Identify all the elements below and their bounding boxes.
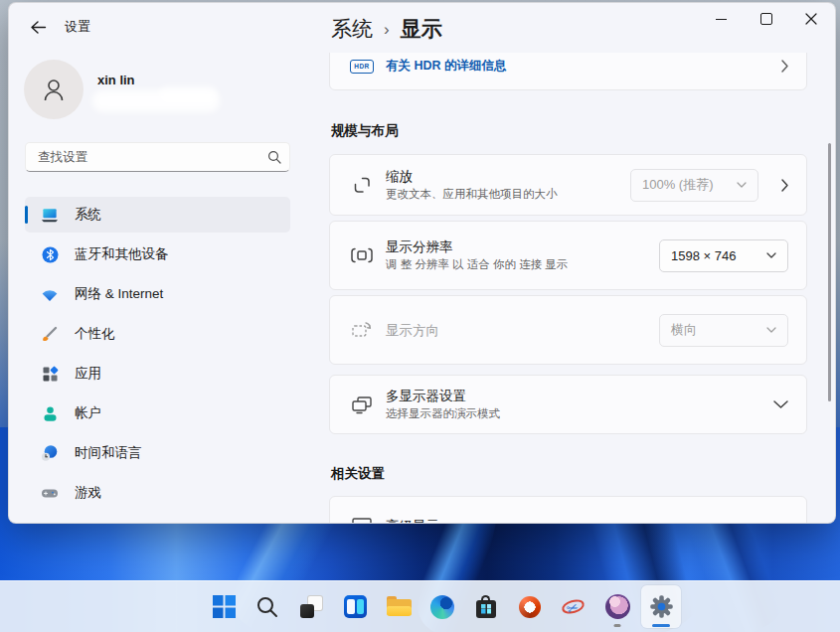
sidebar-item-apps[interactable]: 应用 xyxy=(25,356,290,392)
sidebar-item-personalization[interactable]: 个性化 xyxy=(25,316,290,352)
multi-display-subtitle: 选择显示器的演示模式 xyxy=(386,406,758,421)
hdr-learn-more-link[interactable]: 有关 HDR 的详细信息 xyxy=(386,58,758,75)
content-scrollbar[interactable] xyxy=(828,143,831,401)
window-controls xyxy=(699,3,833,35)
user-avatar[interactable] xyxy=(24,60,84,119)
hdr-badge-icon: HDR xyxy=(350,60,374,74)
breadcrumb: 系统 › 显示 xyxy=(331,15,442,43)
edge-browser-icon xyxy=(430,595,454,619)
breadcrumb-system[interactable]: 系统 xyxy=(331,15,373,43)
sidebar-item-bluetooth-devices[interactable]: 蓝牙和其他设备 xyxy=(25,237,290,272)
selected-indicator xyxy=(25,206,28,224)
resolution-icon xyxy=(350,244,374,266)
taskbar: ✂ xyxy=(0,580,840,632)
active-app-indicator xyxy=(652,624,670,627)
taskbar-file-explorer-button[interactable] xyxy=(379,585,419,628)
breadcrumb-separator: › xyxy=(384,18,390,40)
scale-title: 缩放 xyxy=(386,168,630,185)
chevron-down-icon xyxy=(766,252,776,258)
scale-row[interactable]: 缩放 更改文本、应用和其他项目的大小 100% (推荐) xyxy=(329,154,807,216)
search-icon xyxy=(255,595,279,619)
resolution-dropdown-value: 1598 × 746 xyxy=(671,248,736,263)
taskbar-snipping-tool-button[interactable]: ✂ xyxy=(554,585,593,628)
file-explorer-icon xyxy=(387,596,412,617)
resolution-dropdown[interactable]: 1598 × 746 xyxy=(659,239,788,272)
taskbar-office-button[interactable] xyxy=(510,585,550,628)
orientation-title: 显示方向 xyxy=(386,322,659,339)
system-laptop-icon xyxy=(41,206,59,224)
sidebar-item-label: 时间和语言 xyxy=(75,444,142,462)
sidebar-item-network-internet[interactable]: 网络 & Internet xyxy=(25,276,290,312)
office-icon xyxy=(519,596,541,618)
chevron-right-icon xyxy=(781,179,788,192)
wifi-icon xyxy=(41,285,59,303)
resolution-title: 显示分辨率 xyxy=(386,238,659,255)
hdr-row[interactable]: HDR 有关 HDR 的详细信息 xyxy=(329,53,807,90)
sidebar-item-label: 个性化 xyxy=(75,325,115,343)
taskbar-task-view-button[interactable] xyxy=(291,585,331,628)
user-email-redacted xyxy=(158,86,218,104)
sidebar-item-label: 应用 xyxy=(75,365,101,383)
user-name: xin lin xyxy=(97,73,135,87)
orientation-icon xyxy=(350,319,374,341)
taskbar-edge-button[interactable] xyxy=(422,585,462,628)
start-icon xyxy=(213,595,236,618)
section-scale-layout: 规模与布局 xyxy=(331,122,399,140)
sidebar-item-label: 系统 xyxy=(75,206,101,224)
breadcrumb-display: 显示 xyxy=(401,15,442,43)
resolution-subtitle: 调 整 分辨率 以 适合 你的 连接 显示 xyxy=(386,257,659,272)
scale-icon xyxy=(350,174,374,196)
titlebar: 设置 xyxy=(25,16,90,38)
time-language-icon xyxy=(41,444,59,462)
advanced-display-icon xyxy=(350,515,374,524)
taskbar-store-button[interactable] xyxy=(466,585,506,628)
scale-dropdown-value: 100% (推荐) xyxy=(642,176,714,194)
sidebar-item-label: 网络 & Internet xyxy=(75,285,163,303)
brush-icon xyxy=(41,325,59,343)
scale-subtitle: 更改文本、应用和其他项目的大小 xyxy=(386,187,630,202)
multi-display-row[interactable]: 多显示器设置 选择显示器的演示模式 xyxy=(329,375,807,434)
sidebar-item-system[interactable]: 系统 xyxy=(25,197,290,233)
sidebar-item-label: 蓝牙和其他设备 xyxy=(75,245,169,263)
widgets-icon xyxy=(344,595,367,618)
person-outline-icon xyxy=(39,75,69,104)
orientation-row: 显示方向 横向 xyxy=(329,295,807,365)
sidebar-item-label: 游戏 xyxy=(75,484,101,502)
orientation-dropdown-value: 横向 xyxy=(671,321,697,339)
multi-display-title: 多显示器设置 xyxy=(386,388,758,404)
running-indicator xyxy=(614,624,621,627)
snipping-tool-icon: ✂ xyxy=(561,595,587,619)
back-button[interactable] xyxy=(25,16,51,38)
app-title: 设置 xyxy=(65,18,90,36)
advanced-display-title: 高级显示 xyxy=(386,518,788,525)
sidebar-item-time-language[interactable]: 时间和语言 xyxy=(25,435,290,471)
section-related-settings: 相关设置 xyxy=(331,465,385,483)
taskbar-widgets-button[interactable] xyxy=(335,585,375,628)
orientation-dropdown[interactable]: 横向 xyxy=(659,314,788,347)
sidebar-item-gaming[interactable]: 游戏 xyxy=(25,475,290,511)
close-button[interactable] xyxy=(788,3,833,35)
minimize-button[interactable] xyxy=(699,3,744,35)
sidebar-item-accounts[interactable]: 帐户 xyxy=(25,395,290,431)
settings-gear-icon xyxy=(648,593,675,620)
taskbar-running-app-button[interactable] xyxy=(597,585,637,628)
taskbar-search-button[interactable] xyxy=(248,585,287,628)
desktop: { "colors": { "accent": "#0067c0", "link… xyxy=(0,0,840,632)
settings-window: 设置 系统 › 显示 xin lin xyxy=(8,2,836,524)
scale-dropdown[interactable]: 100% (推荐) xyxy=(630,169,758,202)
microsoft-store-icon xyxy=(474,595,498,619)
taskbar-start-button[interactable] xyxy=(204,585,244,628)
advanced-display-row[interactable]: 高级显示 xyxy=(329,496,807,524)
scissors-glyph: ✂ xyxy=(564,598,581,617)
close-icon xyxy=(805,13,817,25)
chevron-down-expand-icon xyxy=(773,400,788,408)
account-person-icon xyxy=(41,404,59,422)
back-arrow-icon xyxy=(30,20,47,35)
resolution-row: 显示分辨率 调 整 分辨率 以 适合 你的 连接 显示 1598 × 746 xyxy=(329,221,807,290)
chevron-down-icon xyxy=(737,182,747,188)
search-box xyxy=(25,142,290,172)
taskbar-settings-button[interactable] xyxy=(641,585,681,628)
search-input[interactable] xyxy=(36,149,267,165)
maximize-button[interactable] xyxy=(744,3,788,35)
chevron-down-icon xyxy=(766,327,776,333)
